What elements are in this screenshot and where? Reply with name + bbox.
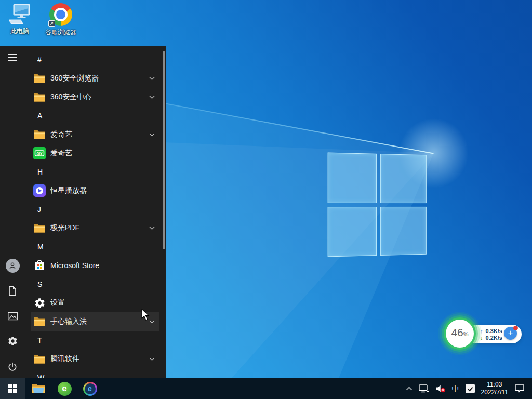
clock-time: 11:03	[487, 381, 502, 389]
this-pc-icon	[7, 3, 33, 25]
volume-tray-button[interactable]	[435, 384, 446, 393]
download-arrow-icon: ↓	[480, 335, 483, 341]
power-icon	[7, 362, 18, 372]
taskbar-360-speed-browser-button[interactable]: e	[82, 378, 98, 399]
memory-usage-ball[interactable]: 46%	[446, 320, 474, 348]
chevron-down-icon[interactable]	[149, 357, 155, 361]
start-menu-scrollbar[interactable]	[163, 51, 165, 249]
widget-plus-button[interactable]: +	[504, 327, 517, 340]
start-section-header[interactable]: T	[25, 331, 166, 350]
start-section-header[interactable]: #	[25, 50, 166, 69]
desktop-icon-chrome[interactable]: ↗ 谷歌浏览器	[43, 3, 78, 37]
taskbar-file-explorer-button[interactable]	[31, 378, 46, 399]
start-section-header[interactable]: H	[25, 163, 166, 181]
chevron-down-icon[interactable]	[149, 77, 155, 81]
rail-user-button[interactable]	[0, 255, 25, 276]
ime-app-tray-button[interactable]	[466, 384, 475, 393]
hidden-icons-button[interactable]	[406, 387, 413, 391]
chevron-down-icon[interactable]	[149, 133, 155, 137]
360-speed-browser-icon: e	[83, 382, 97, 396]
start-section-header[interactable]: A	[25, 107, 166, 125]
rail-power-button[interactable]	[0, 356, 25, 377]
start-app-group-row[interactable]: 极光PDF	[25, 219, 166, 237]
start-app-row[interactable]: QIY爱奇艺	[25, 144, 166, 163]
360-safe-browser-icon: e	[58, 382, 72, 396]
start-section-header[interactable]: J	[25, 200, 166, 219]
rail-settings-button[interactable]	[0, 330, 25, 351]
rail-documents-button[interactable]	[0, 281, 25, 301]
svg-text:QIY: QIY	[37, 152, 43, 156]
windows-desktop: 此电脑 ↗ 谷歌浏览器 ↑ 0.3K/s ↓ 0.2K/s 46% +	[0, 0, 532, 399]
folder-icon	[33, 91, 46, 103]
app-label: 360安全浏览器	[50, 74, 99, 83]
network-tray-button[interactable]	[419, 384, 429, 393]
iqiyi-icon: QIY	[33, 147, 46, 159]
start-section-header[interactable]: S	[25, 275, 166, 294]
folder-icon	[33, 222, 46, 234]
download-speed-value: 0.2K/s	[486, 335, 502, 341]
hamburger-icon	[8, 54, 17, 61]
ethernet-network-icon	[419, 384, 429, 393]
rail-pictures-button[interactable]	[0, 305, 25, 326]
start-menu-hamburger-button[interactable]	[0, 47, 25, 68]
taskbar-360-browser-button[interactable]: e	[57, 378, 72, 399]
taskbar: e e 中	[0, 378, 532, 399]
logo-pane	[380, 154, 426, 203]
start-menu-rail	[0, 46, 25, 378]
app-label: 恒星播放器	[50, 186, 87, 195]
start-app-group-row[interactable]: 360安全浏览器	[25, 69, 166, 88]
shortcut-arrow-icon: ↗	[48, 20, 55, 27]
net-speed-widget: ↑ 0.3K/s ↓ 0.2K/s 46% +	[443, 315, 529, 352]
logo-pane	[380, 206, 426, 255]
logo-pane	[328, 153, 377, 203]
start-app-group-row[interactable]: 爱奇艺	[25, 125, 166, 144]
app-label: 腾讯软件	[50, 354, 79, 364]
pictures-icon	[7, 311, 18, 322]
chrome-icon: ↗	[49, 3, 72, 26]
gear-icon	[7, 336, 18, 347]
chevron-down-icon[interactable]	[149, 96, 155, 99]
usage-percent-value: 46	[451, 320, 463, 345]
app-label: 设置	[50, 298, 65, 308]
system-tray: 中 11:03 2022/7/11	[406, 378, 532, 399]
start-app-group-row[interactable]: 360安全中心	[25, 88, 166, 107]
logo-pane	[328, 207, 377, 257]
app-label: 360安全中心	[50, 92, 91, 102]
user-avatar-icon	[6, 259, 20, 273]
clock-date: 2022/7/11	[481, 389, 509, 396]
app-label: Microsoft Store	[50, 261, 99, 270]
start-app-row[interactable]: 恒星播放器	[25, 181, 166, 200]
start-menu: #360安全浏览器360安全中心A爱奇艺QIY爱奇艺H恒星播放器J极光PDFMM…	[0, 46, 166, 378]
plus-icon: +	[508, 328, 513, 338]
taskbar-clock[interactable]: 11:03 2022/7/11	[481, 381, 509, 396]
desktop-icon-this-pc[interactable]: 此电脑	[2, 3, 37, 36]
app-label: 极光PDF	[50, 223, 79, 233]
start-section-header[interactable]: M	[25, 237, 166, 256]
app-label: 爱奇艺	[50, 130, 72, 139]
player-icon	[33, 184, 46, 197]
upload-speed-value: 0.3K/s	[486, 328, 502, 334]
notification-dot	[513, 326, 518, 330]
folder-icon	[33, 353, 46, 365]
chevron-down-icon[interactable]	[149, 227, 155, 230]
desktop-icon-label: 此电脑	[10, 27, 29, 36]
percent-sign: %	[463, 331, 469, 337]
start-button[interactable]	[0, 378, 25, 399]
volume-muted-icon	[435, 384, 446, 393]
document-icon	[7, 285, 18, 297]
folder-icon	[33, 128, 46, 141]
file-explorer-icon	[32, 383, 45, 394]
app-label: 手心输入法	[50, 317, 87, 326]
msstore-icon	[33, 259, 46, 272]
start-menu-app-list: #360安全浏览器360安全中心A爱奇艺QIY爱奇艺H恒星播放器J极光PDFMM…	[25, 46, 166, 378]
mouse-cursor	[141, 309, 150, 321]
folder-icon	[33, 72, 46, 85]
action-center-button[interactable]	[514, 384, 525, 393]
start-app-group-row[interactable]: 腾讯软件	[25, 350, 166, 368]
windows-logo-wallpaper	[328, 153, 427, 257]
start-section-header[interactable]: W	[25, 368, 166, 378]
windows-logo-icon	[8, 384, 17, 393]
action-center-icon	[514, 384, 525, 393]
start-app-row[interactable]: Microsoft Store	[25, 256, 166, 275]
gear-icon	[33, 297, 46, 309]
